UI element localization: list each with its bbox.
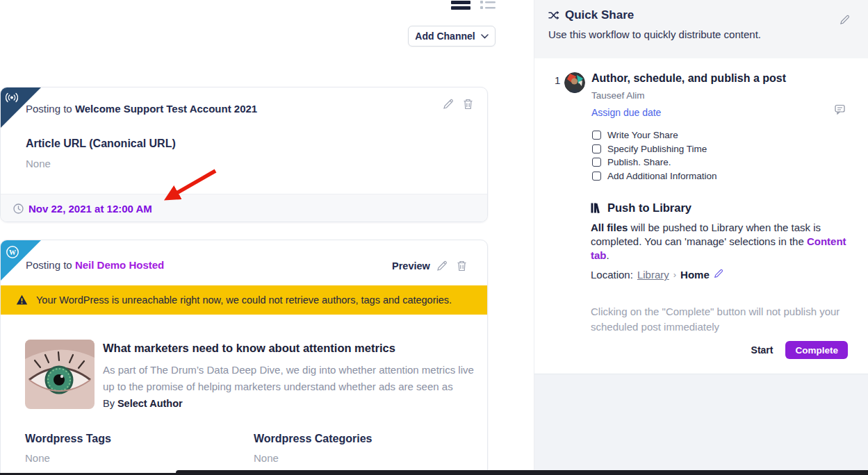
- edit-workflow-icon[interactable]: [840, 15, 850, 28]
- posting-prefix: Posting to: [26, 259, 72, 271]
- breadcrumb-separator: ›: [673, 269, 676, 280]
- complete-hint-text: Clicking on the "Complete" button will n…: [591, 304, 855, 335]
- post-card-rss: Posting to Welcome Support Test Account …: [0, 87, 488, 222]
- edit-location-icon[interactable]: [714, 269, 723, 281]
- select-author-link[interactable]: Select Author: [117, 398, 183, 409]
- delete-post-icon[interactable]: [463, 99, 473, 112]
- checklist-label: Add Additional Information: [607, 171, 717, 181]
- delete-post-icon[interactable]: [457, 260, 467, 274]
- article-url-label: Article URL (Canonical URL): [26, 138, 176, 150]
- clock-icon: [13, 203, 24, 217]
- article-byline: By Select Author: [103, 398, 183, 409]
- checklist-item: Write Your Share: [592, 130, 678, 140]
- menu-icon-bar: [451, 1, 470, 4]
- library-note-bold: All files: [591, 222, 628, 233]
- posting-to-line: Posting to Welcome Support Test Account …: [26, 103, 257, 115]
- step-number: 1: [555, 74, 560, 86]
- checklist-label: Write Your Share: [607, 130, 678, 140]
- checkbox[interactable]: [592, 144, 601, 153]
- scheduled-datetime[interactable]: Nov 22, 2021 at 12:00 AM: [28, 203, 152, 215]
- wordpress-warning-banner: Your WordPress is unreachable right now,…: [1, 285, 487, 315]
- checkbox[interactable]: [592, 172, 601, 181]
- checklist-item: Publish. Share.: [592, 157, 671, 167]
- location-label: Location:: [591, 269, 633, 281]
- library-note: All files will be pushed to Library when…: [591, 221, 849, 262]
- menu-icon-bar: [451, 6, 470, 10]
- shuffle-icon: [548, 10, 559, 20]
- wordpress-categories-value: None: [254, 452, 279, 464]
- posting-to-line: Posting to Neil Demo Hosted: [26, 259, 164, 271]
- add-channel-label: Add Channel: [415, 31, 475, 42]
- step-title: Author, schedule, and publish a post: [591, 72, 786, 85]
- wordpress-tags-label: Wordpress Tags: [25, 433, 111, 445]
- wordpress-tags-value: None: [25, 452, 50, 464]
- article-description: As part of The Drum’s Data Deep Dive, we…: [103, 362, 478, 395]
- schedule-footer: Nov 22, 2021 at 12:00 AM: [1, 194, 487, 222]
- action-buttons: Start Complete: [751, 341, 848, 359]
- checklist-label: Publish. Share.: [607, 157, 671, 167]
- wordpress-icon: W: [6, 245, 19, 262]
- checkbox[interactable]: [592, 158, 601, 167]
- bottom-dark-bar: [176, 470, 868, 475]
- push-to-library-text: Push to Library: [607, 201, 691, 215]
- checklist-item: Add Additional Information: [592, 171, 717, 181]
- checklist-item: Specify Publishing Time: [592, 144, 707, 154]
- article-url-value: None: [26, 158, 51, 169]
- article-thumbnail: [25, 340, 95, 409]
- wordpress-categories-label: Wordpress Categories: [254, 433, 372, 445]
- complete-button[interactable]: Complete: [785, 341, 848, 359]
- location-library-link[interactable]: Library: [637, 269, 669, 281]
- account-name: Welcome Support Test Account 2021: [75, 103, 257, 115]
- warning-icon: [16, 294, 28, 306]
- library-icon: [591, 203, 601, 213]
- assign-due-date-link[interactable]: Assign due date: [591, 107, 661, 118]
- checklist-label: Specify Publishing Time: [607, 144, 707, 154]
- location-row: Location: Library › Home: [591, 269, 723, 281]
- panel-title: Quick Share: [548, 8, 634, 22]
- panel-title-text: Quick Share: [565, 8, 634, 22]
- avatar: [564, 72, 585, 93]
- edit-post-icon[interactable]: [436, 260, 448, 274]
- checkbox[interactable]: [592, 131, 601, 140]
- panel-empty-area: [534, 374, 868, 475]
- quick-share-panel: Quick Share Use this workflow to quickly…: [534, 0, 868, 475]
- push-to-library-heading: Push to Library: [591, 201, 691, 215]
- article-title: What marketers need to know about attent…: [103, 342, 395, 355]
- panel-header: Quick Share Use this workflow to quickly…: [534, 0, 868, 58]
- comment-icon[interactable]: [835, 104, 845, 117]
- posting-prefix: Posting to: [26, 103, 72, 115]
- post-card-wordpress: W Posting to Neil Demo Hosted Preview Yo…: [0, 240, 488, 475]
- preview-button[interactable]: Preview: [392, 260, 430, 272]
- list-view-icon[interactable]: [480, 0, 496, 12]
- library-note-end: .: [607, 249, 609, 261]
- by-prefix: By: [103, 398, 115, 409]
- broadcast-icon: [6, 92, 18, 106]
- edit-post-icon[interactable]: [443, 99, 454, 112]
- step-assignee: Tauseef Alim: [591, 90, 645, 101]
- chevron-down-icon: [481, 34, 489, 39]
- panel-subtitle: Use this workflow to quickly distribute …: [548, 28, 761, 40]
- add-channel-button[interactable]: Add Channel: [408, 26, 496, 47]
- svg-text:W: W: [9, 249, 16, 256]
- start-button[interactable]: Start: [751, 344, 773, 356]
- menu-icon[interactable]: [451, 1, 470, 12]
- warning-text: Your WordPress is unreachable right now,…: [36, 294, 452, 306]
- account-name[interactable]: Neil Demo Hosted: [75, 259, 164, 271]
- location-home: Home: [680, 269, 710, 281]
